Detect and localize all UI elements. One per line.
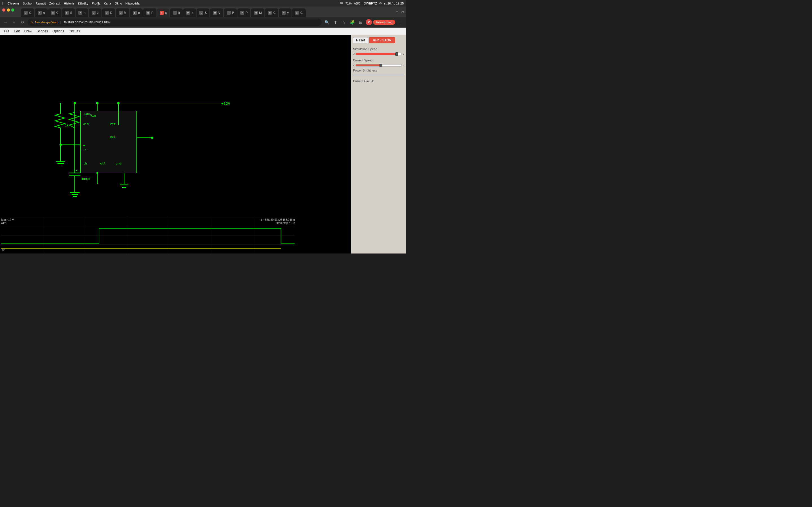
mac-menu-zalozky[interactable]: Záložky: [78, 2, 89, 5]
google-lens-button[interactable]: 🔍: [323, 18, 331, 26]
panel-buttons: Reset Run / STOP: [353, 37, 404, 43]
mac-menu-upravit[interactable]: Upravit: [36, 2, 46, 5]
browser-tab-3[interactable]: LS: [62, 8, 75, 17]
mac-menu-karta[interactable]: Karta: [104, 2, 111, 5]
dash-ic-label: —: [83, 144, 85, 147]
current-circuit-label: Current Circuit:: [353, 79, 404, 83]
minimize-window-button[interactable]: [7, 8, 10, 11]
browser-tab-13[interactable]: SS: [197, 8, 209, 17]
browser-tab-0[interactable]: GG: [21, 8, 35, 17]
browser-tab-1[interactable]: nn: [35, 8, 48, 17]
keyboard-layout: ABC – QWERTZ: [354, 2, 377, 5]
reset-button[interactable]: Reset: [353, 37, 368, 43]
back-button[interactable]: ←: [2, 19, 9, 25]
tab-title-18: C: [273, 11, 275, 14]
tab-favicon-9: R: [146, 11, 150, 15]
browser-tab-4[interactable]: hh: [75, 8, 88, 17]
browser-tab-15[interactable]: RP: [224, 8, 237, 17]
scope-label-topright: t = 566:39:53 (23488.246x) time step = 1…: [261, 218, 295, 224]
browser-tab-11[interactable]: IIt: [170, 8, 183, 17]
rst-ic-label: rst: [110, 122, 116, 126]
current-speed-track[interactable]: [356, 64, 402, 66]
reload-button[interactable]: ↻: [19, 19, 26, 25]
current-speed-decrease[interactable]: <: [353, 64, 355, 67]
forward-button[interactable]: →: [11, 19, 17, 25]
traffic-lights: [0, 6, 17, 11]
browser-tab-16[interactable]: PP: [238, 8, 250, 17]
app-name-menu[interactable]: Chrome: [8, 2, 19, 5]
tab-favicon-15: R: [227, 11, 231, 15]
chrome-titlebar: GGnnCCLShhJJDDMMppRRxxIItMxSSRVRPPPMMCCv…: [0, 6, 406, 17]
ctl-ic-label: ctl: [100, 162, 106, 165]
browser-tab-6[interactable]: DD: [102, 8, 115, 17]
browser-tab-17[interactable]: MM: [251, 8, 264, 17]
tab-title-11: It: [178, 11, 180, 14]
mac-topbar:  Chrome Soubor Upravit Zobrazit Histori…: [0, 0, 406, 6]
sim-speed-decrease[interactable]: <: [353, 52, 355, 56]
tab-overflow-button[interactable]: ≫: [400, 10, 406, 14]
tab-favicon-17: M: [254, 11, 258, 15]
tab-title-0: G: [29, 11, 32, 14]
update-label: Aktualizovat: [376, 20, 393, 24]
bookmark-button[interactable]: ☆: [340, 18, 348, 26]
security-icon: ⚠: [31, 20, 33, 24]
close-window-button[interactable]: [2, 8, 5, 11]
current-speed-label: Current Speed: [353, 59, 404, 62]
tab-favicon-1: n: [38, 11, 42, 15]
mac-menu-profily[interactable]: Profily: [92, 2, 101, 5]
browser-tab-9[interactable]: RR: [143, 8, 156, 17]
tab-favicon-19: v: [282, 11, 286, 15]
run-stop-button[interactable]: Run / STOP: [369, 37, 395, 43]
update-button[interactable]: Aktualizovat: [373, 20, 395, 25]
tab-title-16: P: [246, 11, 248, 14]
browser-tab-7[interactable]: MM: [116, 8, 130, 17]
profile-button[interactable]: P: [366, 19, 372, 25]
browser-tab-14[interactable]: RV: [210, 8, 223, 17]
address-bar[interactable]: ⚠ Nezabezpečeno | falstad.com/circuit/ci…: [28, 18, 322, 26]
app-menu-options[interactable]: Options: [50, 27, 66, 35]
browser-tab-20[interactable]: GG: [292, 8, 306, 17]
app-menu-scopes[interactable]: Scopes: [35, 27, 50, 35]
browser-tab-12[interactable]: Mx: [183, 8, 196, 17]
browser-tab-2[interactable]: CC: [48, 8, 61, 17]
app-menu-edit[interactable]: Edit: [11, 27, 22, 35]
tr-ic-label: tr: [83, 148, 87, 151]
mac-menu-soubor[interactable]: Soubor: [22, 2, 33, 5]
sidebar-button[interactable]: ▤: [357, 18, 364, 26]
share-button[interactable]: ⬆: [332, 18, 339, 26]
main-area: +12V Vin dis rst out — tr th ctl gnd: [0, 35, 406, 253]
circuit-canvas[interactable]: +12V Vin dis rst out — tr th ctl gnd: [0, 35, 351, 253]
app-menu-draw[interactable]: Draw: [22, 27, 35, 35]
tab-title-14: V: [218, 11, 220, 14]
mac-menu-historie[interactable]: Historie: [64, 2, 74, 5]
mac-menu-okno[interactable]: Okno: [114, 2, 122, 5]
extension-button[interactable]: 🧩: [349, 18, 356, 26]
tab-favicon-10: x: [160, 11, 164, 15]
right-panel: Reset Run / STOP Simulation Speed < > Cu…: [351, 35, 406, 253]
fullscreen-window-button[interactable]: [11, 8, 14, 11]
scope-settings-icon[interactable]: ⚙: [2, 247, 5, 252]
svg-point-36: [96, 172, 98, 174]
chrome-toolbar: ← → ↻ ⚠ Nezabezpečeno | falstad.com/circ…: [0, 17, 406, 27]
more-menu-button[interactable]: ⋮: [396, 18, 404, 26]
app-menu-file[interactable]: File: [2, 27, 11, 35]
battery-pct: 71%: [345, 2, 352, 5]
power-brightness-track[interactable]: [353, 74, 404, 76]
mac-menu-zobrazit[interactable]: Zobrazit: [49, 2, 61, 5]
current-speed-increase[interactable]: >: [403, 64, 404, 67]
sim-speed-track[interactable]: [356, 53, 402, 55]
apple-menu[interactable]: : [2, 1, 4, 5]
browser-tab-19[interactable]: vv: [279, 8, 292, 17]
tab-favicon-4: h: [79, 11, 82, 15]
power-brightness-slider-row: [353, 74, 404, 76]
browser-tab-8[interactable]: pp: [130, 8, 143, 17]
tab-title-17: M: [259, 11, 262, 14]
sim-speed-increase[interactable]: >: [403, 52, 404, 56]
new-tab-button[interactable]: +: [394, 9, 400, 14]
browser-tab-10[interactable]: xx: [157, 8, 170, 17]
browser-tab-18[interactable]: CC: [265, 8, 278, 17]
mac-menu-napoveda[interactable]: Nápověda: [125, 2, 140, 5]
app-menu-circuits[interactable]: Circuits: [66, 27, 82, 35]
tab-title-13: S: [205, 11, 207, 14]
browser-tab-5[interactable]: JJ: [89, 8, 101, 17]
